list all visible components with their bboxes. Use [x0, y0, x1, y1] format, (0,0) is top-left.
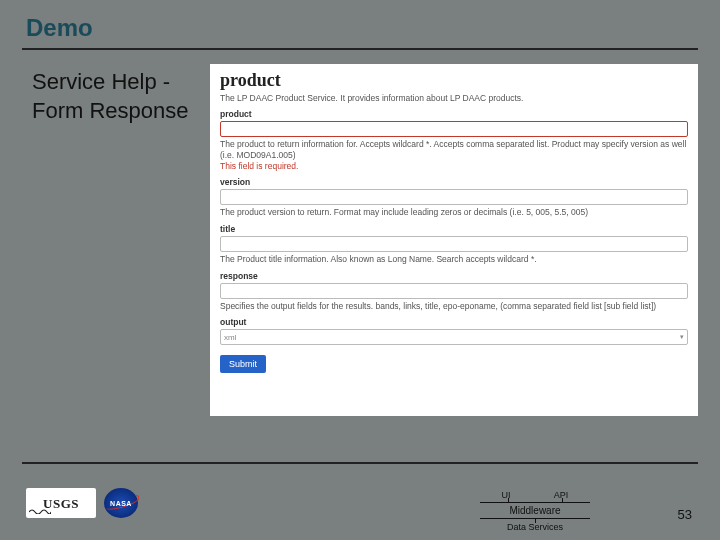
version-input[interactable] [220, 189, 688, 205]
product-error: This field is required. [220, 161, 688, 171]
version-label: version [220, 177, 688, 187]
body-area: Service Help - Form Response product The… [0, 50, 720, 416]
version-help: The product version to return. Format ma… [220, 207, 688, 218]
nasa-logo: NASA [104, 488, 138, 518]
product-help: The product to return information for. A… [220, 139, 688, 160]
output-selected: xml [224, 333, 236, 342]
title-label: title [220, 224, 688, 234]
product-input[interactable] [220, 121, 688, 137]
field-response: response Specifies the output fields for… [220, 271, 688, 312]
submit-button[interactable]: Submit [220, 355, 266, 373]
architecture-stack: UI API Middleware Data Services [480, 490, 590, 532]
stack-top-row: UI API [480, 490, 590, 501]
field-product: product The product to return informatio… [220, 109, 688, 171]
stack-middleware: Middleware [480, 502, 590, 519]
panel-description: The LP DAAC Product Service. It provides… [220, 93, 688, 103]
page-number: 53 [678, 507, 692, 522]
slide-title: Demo [26, 14, 694, 42]
title-input[interactable] [220, 236, 688, 252]
response-label: response [220, 271, 688, 281]
response-help: Specifies the output fields for the resu… [220, 301, 688, 312]
field-title: title The Product title information. Als… [220, 224, 688, 265]
title-help: The Product title information. Also know… [220, 254, 688, 265]
output-select[interactable]: xml ▾ [220, 329, 688, 345]
logo-row: USGS NASA [26, 488, 138, 518]
field-version: version The product version to return. F… [220, 177, 688, 218]
stack-middleware-label: Middleware [509, 505, 560, 516]
stack-ui: UI [502, 490, 511, 500]
form-panel: product The LP DAAC Product Service. It … [210, 64, 698, 416]
response-input[interactable] [220, 283, 688, 299]
output-label: output [220, 317, 688, 327]
chevron-down-icon: ▾ [680, 333, 684, 341]
slide-container: Demo Service Help - Form Response produc… [0, 0, 720, 540]
footer: USGS NASA UI API Middleware Data Service… [0, 466, 720, 540]
side-label: Service Help - Form Response [22, 64, 192, 416]
title-row: Demo [0, 0, 720, 48]
usgs-logo: USGS [26, 488, 96, 518]
footer-rule [22, 462, 698, 464]
panel-heading: product [220, 70, 688, 91]
field-output: output xml ▾ [220, 317, 688, 345]
product-label: product [220, 109, 688, 119]
wave-icon [29, 506, 51, 514]
nasa-text: NASA [110, 500, 132, 507]
